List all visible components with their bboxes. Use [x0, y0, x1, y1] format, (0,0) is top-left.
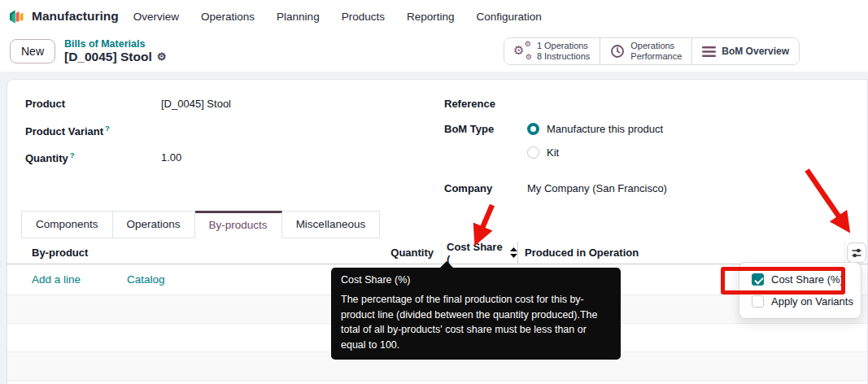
- smart-button-line1: Operations: [630, 41, 682, 51]
- bom-overview-button[interactable]: BoM Overview: [692, 38, 799, 64]
- product-value[interactable]: [D_0045] Stool: [161, 98, 231, 110]
- reference-field-row: Reference: [444, 90, 859, 117]
- column-header-quantity[interactable]: Quantity: [355, 247, 441, 259]
- breadcrumb-parent-link[interactable]: Bills of Materials: [64, 38, 166, 50]
- tooltip-title: Cost Share (%): [341, 274, 611, 286]
- sliders-icon: [851, 247, 862, 259]
- form-right-column: Reference BoM Type Manufacture this prod…: [444, 90, 859, 202]
- radio-kit[interactable]: [527, 146, 539, 159]
- radio-manufacture[interactable]: [527, 123, 539, 135]
- company-field-row: Company My Company (San Francisco): [444, 175, 859, 202]
- optional-columns-toggle-button[interactable]: [847, 242, 866, 263]
- menu-reporting[interactable]: Reporting: [407, 11, 455, 23]
- notebook-tabs: Components Operations By-products Miscel…: [21, 211, 380, 238]
- company-value[interactable]: My Company (San Francisco): [527, 182, 667, 194]
- product-variant-field-row: Product Variant?: [25, 117, 408, 144]
- dropdown-item-cost-share[interactable]: Cost Share (%): [739, 268, 861, 290]
- menu-lines-icon: [702, 46, 716, 57]
- menu-configuration[interactable]: Configuration: [476, 11, 541, 23]
- record-settings-gear-icon[interactable]: ⚙: [157, 51, 167, 63]
- company-label: Company: [444, 182, 527, 194]
- record-title-text: [D_0045] Stool: [64, 50, 152, 64]
- dropdown-item-label[interactable]: Cost Share (%): [771, 273, 844, 286]
- checkbox-checked-icon[interactable]: [752, 273, 764, 286]
- help-icon[interactable]: ?: [105, 124, 110, 133]
- dropdown-item-label[interactable]: Apply on Variants: [771, 295, 853, 308]
- smart-button-line1: BoM Overview: [722, 46, 789, 57]
- manufacturing-app-icon: [8, 8, 25, 25]
- tab-operations[interactable]: Operations: [113, 211, 195, 238]
- bom-type-row: BoM Type Manufacture this product: [444, 117, 859, 141]
- app-name[interactable]: Manufacturing: [32, 9, 119, 24]
- radio-kit-label[interactable]: Kit: [547, 146, 559, 159]
- byproducts-table-header: By-product Quantity Cost Share ( Produce…: [7, 242, 867, 264]
- sort-arrows-icon: [510, 247, 517, 258]
- tab-miscellaneous[interactable]: Miscellaneous: [282, 211, 381, 238]
- main-menu: Overview Operations Planning Products Re…: [133, 11, 542, 23]
- product-field-row: Product [D_0045] Stool: [25, 90, 408, 117]
- bom-type-kit-row: Kit: [444, 141, 859, 164]
- top-navbar: Manufacturing Overview Operations Planni…: [0, 0, 868, 33]
- column-header-byproduct[interactable]: By-product: [7, 247, 355, 259]
- product-variant-label: Product Variant?: [25, 124, 161, 137]
- menu-overview[interactable]: Overview: [133, 11, 179, 23]
- smart-button-group: ⚙⚙⚙ 1 Operations 8 Instructions Operatio…: [504, 37, 800, 65]
- optional-columns-dropdown: Cost Share (%) Apply on Variants: [739, 262, 861, 319]
- tab-by-products[interactable]: By-products: [195, 211, 282, 238]
- gears-icon: ⚙⚙⚙: [514, 43, 531, 59]
- quantity-field-row: Quantity? 1.00: [25, 144, 408, 171]
- column-header-cost-share[interactable]: Cost Share (: [441, 242, 517, 264]
- reference-label: Reference: [444, 98, 527, 110]
- menu-operations[interactable]: Operations: [201, 11, 255, 23]
- menu-planning[interactable]: Planning: [277, 11, 320, 23]
- new-button[interactable]: New: [10, 39, 55, 63]
- smart-button-line1: 1 Operations: [537, 41, 590, 51]
- bom-type-label: BoM Type: [444, 123, 527, 135]
- clock-icon: [610, 44, 625, 59]
- add-a-line-link[interactable]: Add a line: [32, 273, 81, 286]
- product-label: Product: [25, 98, 161, 110]
- cost-share-tooltip: Cost Share (%) The percentage of the fin…: [331, 268, 621, 360]
- app-menu-toggle[interactable]: Manufacturing: [8, 8, 119, 25]
- tooltip-body: The percentage of the final production c…: [341, 292, 611, 352]
- quantity-label: Quantity?: [25, 151, 161, 164]
- operations-performance-button[interactable]: Operations Performance: [600, 38, 692, 64]
- manufacturing-bom-screen: Manufacturing Overview Operations Planni…: [0, 0, 868, 384]
- breadcrumb: Bills of Materials [D_0045] Stool ⚙: [64, 38, 166, 64]
- record-title: [D_0045] Stool ⚙: [64, 50, 166, 64]
- smart-button-line2: 8 Instructions: [537, 51, 590, 62]
- form-left-column: Product [D_0045] Stool Product Variant? …: [25, 90, 408, 171]
- menu-products[interactable]: Products: [342, 11, 385, 23]
- help-icon[interactable]: ?: [70, 151, 75, 159]
- checkbox-unchecked-icon[interactable]: [752, 295, 764, 308]
- tab-components[interactable]: Components: [21, 211, 113, 238]
- dropdown-item-apply-on-variants[interactable]: Apply on Variants: [739, 290, 861, 312]
- radio-manufacture-label[interactable]: Manufacture this product: [547, 123, 663, 135]
- column-header-produced-in-operation[interactable]: Produced in Operation: [517, 242, 844, 264]
- control-panel: New Bills of Materials [D_0045] Stool ⚙ …: [0, 33, 868, 72]
- optional-columns-cell: [844, 242, 867, 264]
- operations-instructions-button[interactable]: ⚙⚙⚙ 1 Operations 8 Instructions: [504, 38, 600, 64]
- catalog-link[interactable]: Catalog: [127, 273, 165, 286]
- smart-button-line2: Performance: [630, 51, 682, 62]
- quantity-value[interactable]: 1.00: [161, 151, 181, 164]
